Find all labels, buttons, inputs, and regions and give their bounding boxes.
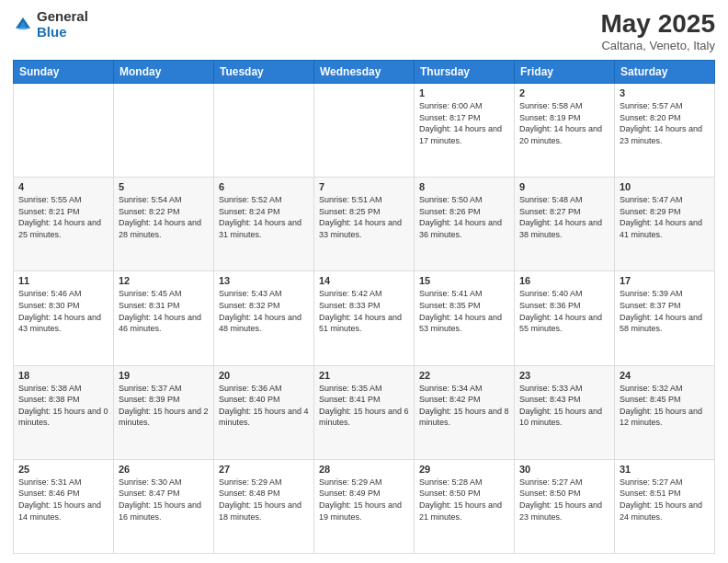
- header-row: Sunday Monday Tuesday Wednesday Thursday…: [14, 61, 715, 84]
- day-number: 9: [519, 181, 609, 192]
- week-row-3: 18Sunrise: 5:38 AM Sunset: 8:38 PM Dayli…: [14, 365, 715, 459]
- col-saturday: Saturday: [615, 61, 715, 84]
- table-row: 11Sunrise: 5:46 AM Sunset: 8:30 PM Dayli…: [14, 271, 114, 365]
- day-number: 7: [319, 181, 409, 192]
- cell-info: Sunrise: 5:36 AM Sunset: 8:40 PM Dayligh…: [219, 383, 309, 429]
- table-row: 29Sunrise: 5:28 AM Sunset: 8:50 PM Dayli…: [415, 459, 515, 553]
- day-number: 14: [319, 275, 409, 286]
- page: General Blue May 2025 Caltana, Veneto, I…: [0, 0, 728, 563]
- table-row: 12Sunrise: 5:45 AM Sunset: 8:31 PM Dayli…: [114, 271, 214, 365]
- day-number: 20: [219, 370, 309, 381]
- cell-info: Sunrise: 5:35 AM Sunset: 8:41 PM Dayligh…: [319, 383, 409, 429]
- cell-info: Sunrise: 5:34 AM Sunset: 8:42 PM Dayligh…: [419, 383, 509, 429]
- cell-info: Sunrise: 5:45 AM Sunset: 8:31 PM Dayligh…: [119, 288, 209, 334]
- week-row-1: 4Sunrise: 5:55 AM Sunset: 8:21 PM Daylig…: [14, 178, 715, 271]
- cell-info: Sunrise: 5:57 AM Sunset: 8:20 PM Dayligh…: [620, 100, 710, 146]
- cell-info: Sunrise: 5:32 AM Sunset: 8:45 PM Dayligh…: [620, 383, 710, 429]
- col-wednesday: Wednesday: [314, 61, 415, 84]
- day-number: 6: [219, 181, 309, 192]
- table-row: 20Sunrise: 5:36 AM Sunset: 8:40 PM Dayli…: [214, 365, 314, 459]
- table-row: 17Sunrise: 5:39 AM Sunset: 8:37 PM Dayli…: [615, 271, 715, 365]
- cell-info: Sunrise: 5:31 AM Sunset: 8:46 PM Dayligh…: [18, 477, 108, 523]
- table-row: 31Sunrise: 5:27 AM Sunset: 8:51 PM Dayli…: [615, 459, 715, 553]
- col-tuesday: Tuesday: [214, 61, 314, 84]
- day-number: 29: [419, 464, 509, 475]
- table-row: 15Sunrise: 5:41 AM Sunset: 8:35 PM Dayli…: [415, 271, 515, 365]
- cell-info: Sunrise: 5:41 AM Sunset: 8:35 PM Dayligh…: [419, 288, 509, 334]
- day-number: 22: [419, 370, 509, 381]
- table-row: 6Sunrise: 5:52 AM Sunset: 8:24 PM Daylig…: [214, 178, 314, 271]
- cell-info: Sunrise: 5:48 AM Sunset: 8:27 PM Dayligh…: [519, 194, 609, 240]
- cell-info: Sunrise: 5:29 AM Sunset: 8:48 PM Dayligh…: [219, 477, 309, 523]
- header: General Blue May 2025 Caltana, Veneto, I…: [13, 9, 715, 52]
- cell-info: Sunrise: 5:33 AM Sunset: 8:43 PM Dayligh…: [519, 383, 609, 429]
- table-row: 9Sunrise: 5:48 AM Sunset: 8:27 PM Daylig…: [515, 178, 615, 271]
- table-row: 25Sunrise: 5:31 AM Sunset: 8:46 PM Dayli…: [14, 459, 114, 553]
- table-row: 4Sunrise: 5:55 AM Sunset: 8:21 PM Daylig…: [14, 178, 114, 271]
- day-number: 12: [119, 275, 209, 286]
- day-number: 24: [620, 370, 710, 381]
- day-number: 23: [519, 370, 609, 381]
- table-row: [114, 84, 214, 178]
- week-row-2: 11Sunrise: 5:46 AM Sunset: 8:30 PM Dayli…: [14, 271, 715, 365]
- cell-info: Sunrise: 5:52 AM Sunset: 8:24 PM Dayligh…: [219, 194, 309, 240]
- table-row: 13Sunrise: 5:43 AM Sunset: 8:32 PM Dayli…: [214, 271, 314, 365]
- cell-info: Sunrise: 5:47 AM Sunset: 8:29 PM Dayligh…: [620, 194, 710, 240]
- day-number: 5: [119, 181, 209, 192]
- cell-info: Sunrise: 5:58 AM Sunset: 8:19 PM Dayligh…: [519, 100, 609, 146]
- cell-info: Sunrise: 5:55 AM Sunset: 8:21 PM Dayligh…: [18, 194, 108, 240]
- day-number: 10: [620, 181, 710, 192]
- day-number: 18: [18, 370, 108, 381]
- day-number: 1: [419, 87, 509, 98]
- table-row: 28Sunrise: 5:29 AM Sunset: 8:49 PM Dayli…: [314, 459, 415, 553]
- table-row: 16Sunrise: 5:40 AM Sunset: 8:36 PM Dayli…: [515, 271, 615, 365]
- cell-info: Sunrise: 5:39 AM Sunset: 8:37 PM Dayligh…: [620, 288, 710, 334]
- table-row: 8Sunrise: 5:50 AM Sunset: 8:26 PM Daylig…: [415, 178, 515, 271]
- calendar-table: Sunday Monday Tuesday Wednesday Thursday…: [13, 60, 715, 554]
- day-number: 15: [419, 275, 509, 286]
- day-number: 13: [219, 275, 309, 286]
- cell-info: Sunrise: 5:43 AM Sunset: 8:32 PM Dayligh…: [219, 288, 309, 334]
- table-row: 10Sunrise: 5:47 AM Sunset: 8:29 PM Dayli…: [615, 178, 715, 271]
- day-number: 19: [119, 370, 209, 381]
- logo-text: General Blue: [37, 9, 88, 40]
- cell-info: Sunrise: 5:37 AM Sunset: 8:39 PM Dayligh…: [119, 383, 209, 429]
- week-row-0: 1Sunrise: 6:00 AM Sunset: 8:17 PM Daylig…: [14, 84, 715, 178]
- table-row: [14, 84, 114, 178]
- day-number: 4: [18, 181, 108, 192]
- day-number: 27: [219, 464, 309, 475]
- month-title: May 2025: [600, 9, 715, 39]
- day-number: 11: [18, 275, 108, 286]
- table-row: 5Sunrise: 5:54 AM Sunset: 8:22 PM Daylig…: [114, 178, 214, 271]
- day-number: 31: [620, 464, 710, 475]
- cell-info: Sunrise: 5:27 AM Sunset: 8:51 PM Dayligh…: [620, 477, 710, 523]
- cell-info: Sunrise: 6:00 AM Sunset: 8:17 PM Dayligh…: [419, 100, 509, 146]
- table-row: 22Sunrise: 5:34 AM Sunset: 8:42 PM Dayli…: [415, 365, 515, 459]
- cell-info: Sunrise: 5:50 AM Sunset: 8:26 PM Dayligh…: [419, 194, 509, 240]
- col-monday: Monday: [114, 61, 214, 84]
- day-number: 3: [620, 87, 710, 98]
- table-row: 27Sunrise: 5:29 AM Sunset: 8:48 PM Dayli…: [214, 459, 314, 553]
- col-thursday: Thursday: [415, 61, 515, 84]
- table-row: 24Sunrise: 5:32 AM Sunset: 8:45 PM Dayli…: [615, 365, 715, 459]
- table-row: [214, 84, 314, 178]
- logo: General Blue: [13, 9, 88, 40]
- cell-info: Sunrise: 5:42 AM Sunset: 8:33 PM Dayligh…: [319, 288, 409, 334]
- cell-info: Sunrise: 5:54 AM Sunset: 8:22 PM Dayligh…: [119, 194, 209, 240]
- cell-info: Sunrise: 5:40 AM Sunset: 8:36 PM Dayligh…: [519, 288, 609, 334]
- cell-info: Sunrise: 5:38 AM Sunset: 8:38 PM Dayligh…: [18, 383, 108, 429]
- cell-info: Sunrise: 5:28 AM Sunset: 8:50 PM Dayligh…: [419, 477, 509, 523]
- day-number: 26: [119, 464, 209, 475]
- logo-general: General: [37, 9, 88, 25]
- cell-info: Sunrise: 5:30 AM Sunset: 8:47 PM Dayligh…: [119, 477, 209, 523]
- table-row: 3Sunrise: 5:57 AM Sunset: 8:20 PM Daylig…: [615, 84, 715, 178]
- day-number: 25: [18, 464, 108, 475]
- cell-info: Sunrise: 5:46 AM Sunset: 8:30 PM Dayligh…: [18, 288, 108, 334]
- table-row: 23Sunrise: 5:33 AM Sunset: 8:43 PM Dayli…: [515, 365, 615, 459]
- week-row-4: 25Sunrise: 5:31 AM Sunset: 8:46 PM Dayli…: [14, 459, 715, 553]
- logo-icon: [13, 15, 33, 35]
- table-row: 2Sunrise: 5:58 AM Sunset: 8:19 PM Daylig…: [515, 84, 615, 178]
- table-row: [314, 84, 415, 178]
- table-row: 14Sunrise: 5:42 AM Sunset: 8:33 PM Dayli…: [314, 271, 415, 365]
- day-number: 17: [620, 275, 710, 286]
